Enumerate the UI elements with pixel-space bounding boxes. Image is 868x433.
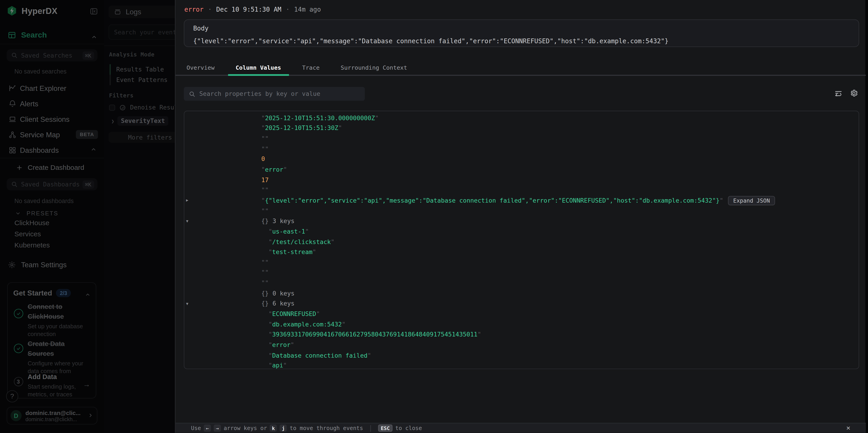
separator: ·	[208, 5, 212, 13]
property-row-traceid[interactable]: ""	[184, 134, 859, 144]
separator: ·	[286, 5, 290, 13]
property-value: ""	[261, 280, 269, 287]
property-value: "393693317069904167066162795804376914186…	[269, 331, 481, 339]
property-row-message[interactable]: "Database connection failed"	[184, 350, 859, 360]
table-tools	[834, 89, 858, 97]
property-row-body[interactable]: ▶"{"level":"error","service":"api","mess…	[184, 195, 859, 206]
collapse-arrow-icon[interactable]: ▼	[186, 302, 188, 306]
severity-badge: error	[184, 5, 204, 13]
property-value: 0	[261, 156, 265, 163]
property-row-cloudwatch.log.stream[interactable]: "test-stream"	[184, 247, 859, 257]
body-card: Body {"level":"error","service":"api","m…	[184, 19, 859, 47]
property-row-level[interactable]: "error"	[184, 340, 859, 350]
collapse-arrow-icon[interactable]: ▼	[186, 219, 188, 223]
property-value: "error"	[269, 341, 294, 349]
event-timestamp: Dec 10 9:51:30 AM	[216, 5, 281, 13]
footer-hint-text: to move through events	[290, 425, 363, 431]
property-row-aws.region[interactable]: "us-east-1"	[184, 226, 859, 237]
property-row-severitynumber[interactable]: 17	[184, 175, 859, 185]
property-row-scopename[interactable]: ""	[184, 268, 859, 278]
property-value: "db.example.com:5432"	[269, 321, 345, 328]
kbd-→: →	[214, 425, 221, 432]
property-search-input[interactable]	[199, 90, 360, 97]
property-row-scopeversion[interactable]: ""	[184, 278, 859, 288]
property-row-error[interactable]: "ECONNREFUSED"	[184, 309, 859, 319]
footer-hint-text: Use	[191, 425, 201, 431]
property-row-resourceattributes[interactable]: ▼{}3 keys	[184, 216, 859, 226]
property-value: "us-east-1"	[269, 228, 309, 235]
footer-separator	[370, 425, 371, 431]
wrap-lines-icon[interactable]	[834, 89, 842, 97]
property-value: "2025-12-10T15:51:30Z"	[261, 125, 342, 132]
tab-overview[interactable]: Overview	[179, 60, 222, 75]
tab-trace[interactable]: Trace	[294, 60, 328, 75]
property-value: "2025-12-10T15:51:30.000000000Z"	[261, 115, 379, 122]
property-row-logattributes[interactable]: ▼{}6 keys	[184, 299, 859, 309]
property-value: {}0 keys	[261, 290, 294, 297]
property-row-timestamptime[interactable]: "2025-12-10T15:51:30Z"	[184, 123, 859, 133]
property-row-id[interactable]: "393693317069904167066162795804376914186…	[184, 330, 859, 340]
property-value: ""	[261, 269, 269, 277]
event-header: error · Dec 10 9:51:30 AM · 14m ago	[184, 5, 321, 13]
kbd-j: j	[280, 425, 287, 432]
property-row-service[interactable]: "api"	[184, 361, 859, 369]
footer-hint-text: to close	[395, 425, 422, 431]
property-value: {}6 keys	[261, 300, 294, 308]
event-details-modal: error · Dec 10 9:51:30 AM · 14m ago Body…	[175, 0, 865, 433]
search-icon	[189, 91, 195, 97]
property-value: {}3 keys	[261, 218, 294, 225]
property-row-scopeattributes[interactable]: {}0 keys	[184, 288, 859, 299]
kbd-k: k	[270, 425, 277, 432]
tab-surrounding-context[interactable]: Surrounding Context	[333, 60, 415, 75]
kbd-←: ←	[204, 425, 211, 432]
property-table: "2025-12-10T15:51:30.000000000Z""2025-12…	[184, 111, 859, 369]
property-row-timestamp[interactable]: "2025-12-10T15:51:30.000000000Z"	[184, 113, 859, 123]
property-value: ""	[261, 135, 269, 142]
property-value: "test-stream"	[269, 249, 316, 256]
property-value: ""	[261, 207, 269, 215]
modal-footer: Use←→arrow keys orkjto move through even…	[176, 423, 866, 433]
tab-column-values[interactable]: Column Values	[228, 60, 289, 75]
property-row-traceflags[interactable]: 0	[184, 154, 859, 164]
detail-tabs: OverviewColumn ValuesTraceSurrounding Co…	[176, 60, 866, 76]
body-card-label: Body	[193, 24, 849, 32]
close-icon[interactable]: ✕	[846, 424, 850, 432]
body-card-json: {"level":"error","service":"api","messag…	[193, 37, 849, 45]
property-value: ""	[261, 187, 269, 194]
property-row-scopeschemaurl[interactable]: ""	[184, 257, 859, 268]
property-row-host[interactable]: "db.example.com:5432"	[184, 319, 859, 330]
property-row-spanid[interactable]: ""	[184, 144, 859, 154]
property-value: "{"level":"error","service":"api","messa…	[261, 197, 723, 204]
property-value: "ECONNREFUSED"	[269, 311, 320, 318]
property-value: ""	[261, 146, 269, 153]
footer-hint-text: arrow keys or	[224, 425, 267, 431]
property-row-severitytext[interactable]: "error"	[184, 164, 859, 175]
property-value: ""	[261, 259, 269, 266]
expand-json-button[interactable]: Expand JSON	[728, 196, 775, 205]
expand-arrow-icon[interactable]: ▶	[186, 198, 188, 203]
property-row-servicename[interactable]: ""	[184, 185, 859, 195]
gear-icon[interactable]	[850, 89, 858, 97]
property-search-box[interactable]	[184, 87, 365, 101]
property-value: "/test/clickstack"	[269, 238, 335, 246]
property-value: "Database connection failed"	[269, 352, 371, 359]
property-value: 17	[261, 177, 269, 184]
property-value: "api"	[269, 362, 287, 369]
relative-time: 14m ago	[294, 5, 321, 13]
property-value: "error"	[261, 166, 287, 173]
screen: HyperDX Search ⌘K No saved searches Char…	[0, 0, 868, 433]
property-row-cloudwatch.log.group.name[interactable]: "/test/clickstack"	[184, 237, 859, 247]
property-row-resourceschemaurl[interactable]: ""	[184, 206, 859, 216]
kbd-ESC: ESC	[378, 425, 393, 432]
